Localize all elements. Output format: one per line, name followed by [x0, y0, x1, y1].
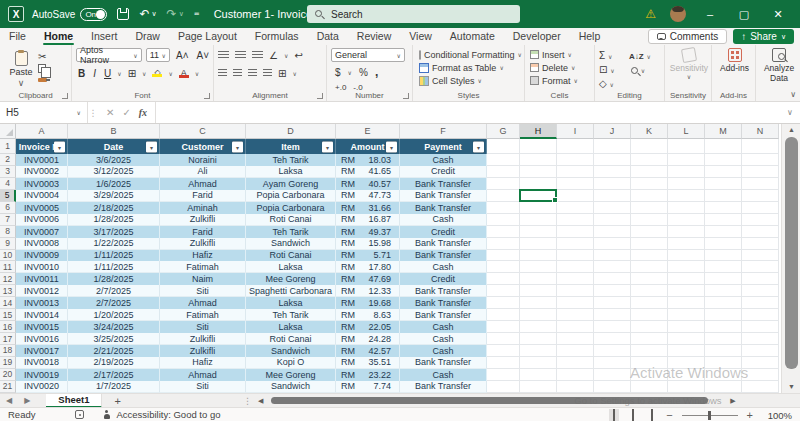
filter-dropdown-icon[interactable]: ▾	[54, 141, 65, 152]
empty-cell[interactable]	[668, 381, 705, 393]
row-header-11[interactable]: 11	[0, 261, 16, 273]
empty-cell[interactable]	[487, 154, 520, 166]
table-header-customer[interactable]: Customer▾	[160, 139, 246, 154]
fill-color-button[interactable]: ◇	[150, 70, 164, 77]
empty-cell[interactable]	[631, 381, 668, 393]
empty-cell[interactable]	[487, 333, 520, 345]
empty-cell[interactable]	[487, 285, 520, 297]
empty-cell[interactable]	[487, 139, 520, 154]
sort-filter-button[interactable]: A↓Z ∨	[629, 50, 659, 61]
empty-cell[interactable]	[520, 154, 557, 166]
empty-cell[interactable]	[742, 285, 779, 297]
tab-help[interactable]: Help	[570, 28, 610, 45]
align-center-button[interactable]	[233, 69, 242, 77]
cell-payment[interactable]: Credit	[400, 226, 487, 238]
cell-customer[interactable]: Zulkifli	[160, 238, 246, 250]
cell-item[interactable]: Teh Tarik	[246, 154, 336, 166]
empty-cell[interactable]	[631, 309, 668, 321]
cell-invoice[interactable]: INV0005	[16, 202, 68, 214]
empty-cell[interactable]	[742, 250, 779, 262]
cell-date[interactable]: 2/18/2025	[68, 202, 160, 214]
align-top-button[interactable]	[218, 51, 229, 59]
empty-cell[interactable]	[557, 154, 594, 166]
cell-amount[interactable]: RM16.87	[336, 214, 400, 226]
cell-date[interactable]: 1/7/2025	[68, 381, 160, 393]
empty-cell[interactable]	[594, 178, 631, 190]
empty-cell[interactable]	[742, 273, 779, 285]
filter-dropdown-icon[interactable]: ▾	[322, 141, 333, 152]
cell-amount[interactable]: RM47.69	[336, 273, 400, 285]
empty-cell[interactable]	[557, 369, 594, 381]
column-header-K[interactable]: K	[631, 124, 668, 139]
align-bottom-button[interactable]	[252, 51, 263, 59]
cancel-button[interactable]: ✕	[106, 107, 114, 118]
cell-payment[interactable]: Cash	[400, 369, 487, 381]
format-painter-button[interactable]	[38, 78, 47, 82]
table-header-payment[interactable]: Payment▾	[400, 139, 487, 154]
zoom-out-button[interactable]: −	[666, 409, 672, 421]
cell-payment[interactable]: Cash	[400, 321, 487, 333]
cell-amount[interactable]: RM35.51	[336, 357, 400, 369]
font-name-select[interactable]: Aptos Narrow∨	[76, 48, 142, 62]
empty-cell[interactable]	[705, 261, 742, 273]
cell-amount[interactable]: RM31.66	[336, 202, 400, 214]
column-header-M[interactable]: M	[705, 124, 742, 139]
empty-cell[interactable]	[742, 166, 779, 178]
empty-cell[interactable]	[594, 190, 631, 202]
empty-cell[interactable]	[487, 297, 520, 309]
empty-cell[interactable]	[742, 381, 779, 393]
empty-cell[interactable]	[668, 178, 705, 190]
empty-cell[interactable]	[631, 178, 668, 190]
cell-date[interactable]: 2/19/2025	[68, 357, 160, 369]
cell-item[interactable]: Laksa	[246, 297, 336, 309]
cell-invoice[interactable]: INV0019	[16, 369, 68, 381]
row-header-8[interactable]: 8	[0, 226, 16, 238]
cell-payment[interactable]: Bank Transfer	[400, 238, 487, 250]
filter-dropdown-icon[interactable]: ▾	[146, 141, 157, 152]
excel-app-icon[interactable]: X	[8, 6, 24, 22]
empty-cell[interactable]	[742, 226, 779, 238]
font-color-button[interactable]: A	[177, 69, 191, 78]
empty-cell[interactable]	[594, 273, 631, 285]
cell-customer[interactable]: Ahmad	[160, 369, 246, 381]
empty-cell[interactable]	[668, 154, 705, 166]
cell-amount[interactable]: RM49.37	[336, 226, 400, 238]
empty-cell[interactable]	[742, 154, 779, 166]
empty-cell[interactable]	[487, 309, 520, 321]
empty-cell[interactable]	[705, 250, 742, 262]
cell-date[interactable]: 3/17/2025	[68, 226, 160, 238]
empty-cell[interactable]	[705, 345, 742, 357]
cell-customer[interactable]: Aminah	[160, 202, 246, 214]
empty-cell[interactable]	[557, 178, 594, 190]
empty-cell[interactable]	[594, 202, 631, 214]
cell-date[interactable]: 2/21/2025	[68, 345, 160, 357]
cell-amount[interactable]: RM12.33	[336, 285, 400, 297]
find-select-button[interactable]: ∨	[629, 64, 659, 75]
horizontal-scroll-thumb[interactable]	[271, 397, 708, 404]
empty-cell[interactable]	[594, 261, 631, 273]
cell-invoice[interactable]: INV0013	[16, 297, 68, 309]
scroll-up-icon[interactable]: ▲	[782, 124, 800, 136]
font-dialog-launcher[interactable]	[204, 93, 210, 99]
conditional-formatting-button[interactable]: Conditional Formatting∨	[419, 48, 522, 61]
empty-cell[interactable]	[520, 273, 557, 285]
empty-cell[interactable]	[520, 345, 557, 357]
empty-cell[interactable]	[631, 333, 668, 345]
zoom-in-button[interactable]: +	[747, 409, 753, 421]
empty-cell[interactable]	[557, 166, 594, 178]
zoom-slider[interactable]	[682, 415, 738, 416]
row-header-6[interactable]: 6	[0, 202, 16, 214]
empty-cell[interactable]	[520, 238, 557, 250]
cell-amount[interactable]: RM5.71	[336, 250, 400, 262]
empty-cell[interactable]	[557, 357, 594, 369]
empty-cell[interactable]	[520, 261, 557, 273]
cell-item[interactable]: Kopi O	[246, 357, 336, 369]
tab-formulas[interactable]: Formulas	[246, 28, 308, 45]
cell-customer[interactable]: Naim	[160, 273, 246, 285]
comments-button[interactable]: Comments	[648, 29, 727, 44]
table-header-amount[interactable]: Amount▾	[336, 139, 400, 154]
cell-customer[interactable]: Farid	[160, 190, 246, 202]
tab-file[interactable]: File	[0, 28, 35, 45]
cell-date[interactable]: 3/29/2025	[68, 190, 160, 202]
empty-cell[interactable]	[520, 166, 557, 178]
